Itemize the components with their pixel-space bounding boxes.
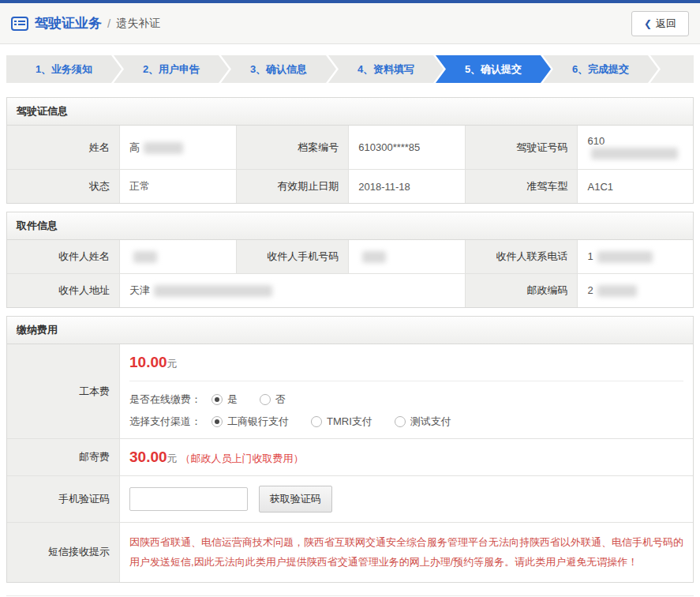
step-3-confirm-info: 3、确认信息 [221,55,336,83]
sms-code-label: 手机验证码 [7,476,120,523]
channel-option-test[interactable]: 测试支付 [395,415,451,429]
license-section-title: 驾驶证信息 [7,98,693,126]
recipient-mobile-value [349,240,466,274]
table-row: 邮寄费 30.00元（邮政人员上门收取费用） [7,439,693,476]
redacted-patch [597,285,637,297]
step-2-user-declaration: 2、用户申告 [114,55,229,83]
pay-options-block: 是否在线缴费： 是 否 选择支付渠道： [129,381,683,429]
yuan-unit: 元 [167,452,178,464]
production-fee-cell: 10.00元 是否在线缴费： 是 否 [120,344,693,439]
step-5-confirm-submit: 5、确认提交 [436,55,551,83]
channel-option-icbc-label: 工商银行支付 [227,415,289,429]
fees-section: 缴纳费用 工本费 10.00元 是否在线缴费： 是 [6,316,694,583]
online-pay-option-yes-label: 是 [227,392,238,407]
radio-unchecked-icon[interactable] [260,394,271,405]
expiry-value: 2018-11-18 [349,170,466,204]
radio-checked-icon[interactable] [211,394,223,405]
online-pay-option-yes[interactable]: 是 [211,392,238,407]
name-value: 高 [120,126,237,170]
postcode-label: 邮政编码 [465,274,578,308]
pay-channel-label: 选择支付渠道： [129,415,211,429]
license-info-table: 姓名 高 档案编号 610300****85 驾驶证号码 610 状态 正常 有… [7,126,693,203]
redacted-patch [133,251,157,263]
channel-option-test-label: 测试支付 [410,415,451,429]
sms-tip-label: 短信接收提示 [7,523,120,582]
production-fee-label: 工本费 [7,344,120,439]
breadcrumb-separator: / [107,17,110,30]
online-pay-label: 是否在线缴费： [129,392,211,407]
page-header: 驾驶证业务 / 遗失补证 ❮ 返回 [0,3,700,44]
sms-code-cell: 获取验证码 [120,476,693,523]
postage-fee-note: （邮政人员上门收取费用） [181,452,304,464]
production-fee-amount-line: 10.00元 [129,354,683,371]
table-row: 手机验证码 获取验证码 [7,476,693,523]
radio-checked-icon[interactable] [211,416,223,427]
postcode-value: 2 [578,274,693,308]
chevron-left-icon: ❮ [644,18,652,29]
table-row: 收件人姓名 收件人手机号码 收件人联系电话 1 [7,240,693,274]
channel-option-tmri[interactable]: TMRI支付 [311,415,372,429]
license-no-label: 驾驶证号码 [465,126,578,170]
recipient-name-label: 收件人姓名 [7,240,120,274]
table-row: 收件人地址 天津 邮政编码 2 [7,274,693,308]
online-pay-option-no-label: 否 [275,392,286,407]
address-label: 收件人地址 [7,274,120,308]
status-label: 状态 [7,170,120,204]
vehicle-class-label: 准驾车型 [465,170,578,204]
step-4-fill-data: 4、资料填写 [328,55,444,83]
table-row: 工本费 10.00元 是否在线缴费： 是 否 [7,344,693,439]
fees-table: 工本费 10.00元 是否在线缴费： 是 否 [7,344,693,582]
channel-option-icbc[interactable]: 工商银行支付 [211,415,289,429]
online-pay-option-no[interactable]: 否 [260,392,286,407]
redacted-patch [362,251,386,263]
step-wizard: 1、业务须知 2、用户申告 3、确认信息 4、资料填写 5、确认提交 6、完成提… [6,55,694,83]
status-value: 正常 [120,170,237,204]
table-row: 短信接收提示 因陕西省联通、电信运营商技术问题，陕西省互联网交通安全综合服务管理… [7,523,693,582]
redacted-patch [154,285,272,297]
sms-code-input[interactable] [129,487,248,511]
table-row: 状态 正常 有效期止日期 2018-11-18 准驾车型 A1C1 [7,170,693,204]
redacted-patch [591,148,678,160]
recipient-phone-label: 收件人联系电话 [465,240,578,274]
file-no-label: 档案编号 [236,126,349,170]
radio-unchecked-icon[interactable] [395,416,406,427]
expiry-label: 有效期止日期 [236,170,349,204]
file-no-value: 610300****85 [349,126,466,170]
get-code-button[interactable]: 获取验证码 [259,486,332,513]
fees-section-title: 缴纳费用 [7,317,693,344]
pickup-info-section: 取件信息 收件人姓名 收件人手机号码 收件人联系电话 1 收件人地址 天津 邮政… [6,212,694,308]
redacted-patch [597,251,653,263]
recipient-phone-value: 1 [578,240,693,274]
postage-fee-cell: 30.00元（邮政人员上门收取费用） [120,439,693,476]
page-title: 驾驶证业务 [35,14,102,32]
license-info-section: 驾驶证信息 姓名 高 档案编号 610300****85 驾驶证号码 610 状… [6,97,694,204]
table-row: 姓名 高 档案编号 610300****85 驾驶证号码 610 [7,126,693,170]
yuan-unit: 元 [167,358,178,370]
postage-fee-amount: 30.00 [129,449,167,465]
recipient-mobile-label: 收件人手机号码 [236,240,349,274]
radio-unchecked-icon[interactable] [311,416,322,427]
online-pay-row: 是否在线缴费： 是 否 [129,392,683,407]
channel-option-tmri-label: TMRI支付 [327,415,372,429]
address-value: 天津 [120,274,466,308]
redacted-patch [144,142,183,154]
back-button[interactable]: ❮ 返回 [631,11,689,36]
vehicle-class-value: A1C1 [578,170,693,204]
pay-channel-row: 选择支付渠道： 工商银行支付 TMRI支付 测试支付 [129,415,683,429]
sms-tip-cell: 因陕西省联通、电信运营商技术问题，陕西省互联网交通安全综合服务管理平台无法向持陕… [120,523,693,582]
back-button-label: 返回 [656,17,676,31]
license-service-icon [11,17,28,31]
recipient-name-value [120,240,237,274]
name-label: 姓名 [7,126,120,170]
sms-tip-text: 因陕西省联通、电信运营商技术问题，陕西省互联网交通安全综合服务管理平台无法向持陕… [129,532,683,573]
pickup-info-table: 收件人姓名 收件人手机号码 收件人联系电话 1 收件人地址 天津 邮政编码 2 [7,240,693,307]
license-no-value: 610 [578,126,693,170]
step-1-business-notice: 1、业务须知 [6,55,122,83]
production-fee-amount: 10.00 [129,354,167,370]
pickup-section-title: 取件信息 [7,212,693,240]
postage-fee-label: 邮寄费 [7,439,120,476]
step-6-complete-submit: 6、完成提交 [543,55,658,83]
breadcrumb-current: 遗失补证 [116,17,160,31]
